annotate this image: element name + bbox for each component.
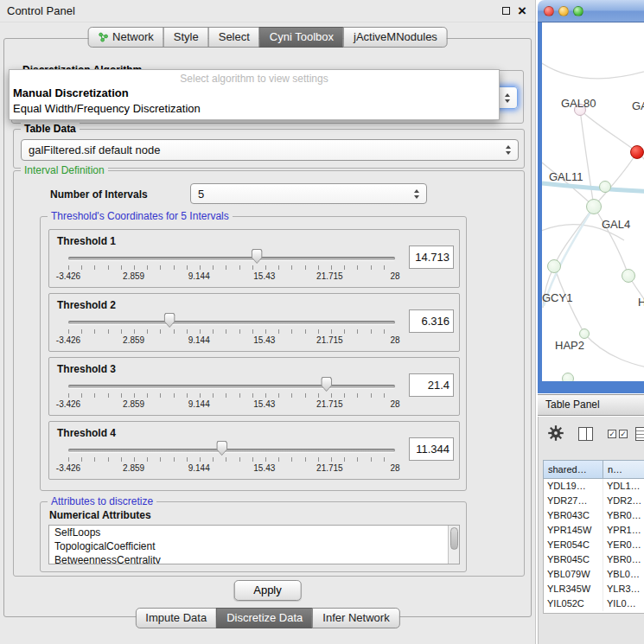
tab-network[interactable]: Network <box>87 27 164 48</box>
network-window-titlebar[interactable] <box>538 0 644 22</box>
attribute-item[interactable]: SelfLoops <box>49 526 459 539</box>
interval-definition-group: Interval Definition Number of Intervals … <box>13 170 525 577</box>
tab-style[interactable]: Style <box>163 27 209 48</box>
network-node[interactable] <box>622 269 635 283</box>
select-columns-icon[interactable]: ✓ ✓ <box>608 430 628 438</box>
slider-ticks <box>68 457 395 462</box>
threshold-panel: Threshold 2-3.4262.8599.14415.4321.71528… <box>48 293 460 352</box>
top-tab-bar: NetworkStyleSelectCyni ToolboxjActiveMNo… <box>87 27 448 48</box>
threshold-slider: -3.4262.8599.14415.4321.71528 <box>68 294 395 351</box>
scale-label: 9.144 <box>188 399 210 409</box>
slider-ticks <box>68 329 395 334</box>
table-data-combobox[interactable]: galFiltered.sif default node <box>21 139 519 161</box>
table-panel-title: Table Panel <box>545 399 600 411</box>
threshold-value-field[interactable]: 11.344 <box>409 437 454 461</box>
scale-label: -3.426 <box>56 463 80 473</box>
attribute-item[interactable]: BetweennessCentrality <box>49 553 459 564</box>
slider-scale: -3.4262.8599.14415.4321.71528 <box>68 399 395 410</box>
threshold-value-field[interactable]: 6.316 <box>409 309 454 333</box>
scale-label: 9.144 <box>188 335 210 345</box>
network-node[interactable] <box>586 199 602 214</box>
network-node-label: GAL4 <box>602 218 630 231</box>
threshold-slider: -3.4262.8599.14415.4321.71528 <box>68 422 395 479</box>
network-node[interactable] <box>579 328 590 339</box>
scale-label: 15.43 <box>253 399 275 409</box>
scale-label: 21.715 <box>316 271 343 281</box>
table-row[interactable]: YBR043CYBR0… <box>544 508 644 523</box>
attributes-list[interactable]: SelfLoopsTopologicalCoefficientBetweenne… <box>48 525 460 564</box>
table-row[interactable]: YBR045CYBR0… <box>544 552 644 567</box>
panel-title: Control Panel <box>7 0 75 22</box>
network-canvas[interactable]: GAL80GAGAL11GAL4GCY1HAP2H <box>542 22 644 381</box>
algorithm-option[interactable]: Manual Discretization <box>10 86 499 101</box>
tab-infer-network[interactable]: Infer Network <box>312 608 399 628</box>
columns-icon[interactable] <box>578 427 593 441</box>
float-window-icon[interactable] <box>502 7 510 15</box>
mac-close-button[interactable] <box>544 6 554 16</box>
attribute-item[interactable]: TopologicalCoefficient <box>49 539 459 553</box>
table-row[interactable]: YDR27…YDR2… <box>544 494 644 508</box>
scale-label: 2.859 <box>123 335 144 345</box>
table-row[interactable]: YDL19…YDL1… <box>544 479 644 494</box>
cyni-toolbox-panel: Discretization Algorithm Table Data galF… <box>3 38 532 617</box>
tab-impute-data[interactable]: Impute Data <box>135 608 217 628</box>
table-panel: ✓ ✓ shared… n… YDL19…YDL1…YDR27…YDR2…YBR… <box>538 417 644 644</box>
column-header-shared[interactable]: shared… <box>543 460 603 479</box>
tab-cyni-toolbox[interactable]: Cyni Toolbox <box>259 27 344 48</box>
scrollbar-thumb[interactable] <box>450 527 458 550</box>
number-of-intervals-combobox[interactable]: 5 <box>190 183 427 204</box>
slider-track[interactable] <box>68 257 395 260</box>
gear-icon[interactable] <box>548 425 564 444</box>
threshold-value-field[interactable]: 21.4 <box>409 373 454 397</box>
slider-thumb[interactable] <box>164 313 175 328</box>
dropdown-placeholder: Select algorithm to view settings <box>10 70 499 86</box>
network-node-label: GA <box>632 99 644 112</box>
tab-label: Cyni Toolbox <box>270 30 334 43</box>
network-node[interactable] <box>630 145 644 159</box>
mac-minimize-button[interactable] <box>558 6 569 16</box>
algorithm-option[interactable]: Equal Width/Frequency Discretization <box>10 101 499 117</box>
list-icon[interactable] <box>635 427 644 441</box>
slider-track[interactable] <box>68 449 395 452</box>
slider-thumb[interactable] <box>321 377 332 392</box>
tab-discretize-data[interactable]: Discretize Data <box>216 608 313 628</box>
apply-button[interactable]: Apply <box>233 580 302 601</box>
table-row[interactable]: YIL052CYIL0… <box>544 596 644 611</box>
close-panel-icon[interactable]: × <box>518 3 526 18</box>
table-row[interactable]: YPR145WYPR1… <box>544 523 644 538</box>
algorithm-dropdown-popup: Select algorithm to view settings Manual… <box>9 69 500 120</box>
table-row[interactable]: YBL079WYBL0… <box>544 567 644 582</box>
threshold-value-field[interactable]: 14.713 <box>409 245 454 269</box>
slider-thumb[interactable] <box>252 249 263 264</box>
slider-ticks <box>68 393 395 398</box>
tab-label: Select <box>219 30 250 43</box>
scale-label: 28 <box>390 335 399 345</box>
slider-track[interactable] <box>68 321 395 324</box>
combo-stepper-icon <box>410 189 423 199</box>
tab-jactivemnodules[interactable]: jActiveMNodules <box>343 27 448 48</box>
network-icon <box>98 32 108 42</box>
table-cell: YIL0… <box>603 596 644 611</box>
mac-zoom-button[interactable] <box>573 6 583 16</box>
scale-label: 2.859 <box>123 463 144 473</box>
network-node[interactable] <box>599 181 611 193</box>
table-cell: YDR2… <box>603 494 644 508</box>
scrollbar[interactable] <box>448 526 459 564</box>
network-node[interactable] <box>547 259 561 273</box>
scale-label: 2.859 <box>123 271 144 281</box>
table-row[interactable]: YLR345WYLR3… <box>544 582 644 596</box>
table-panel-header: Table Panel <box>538 394 644 416</box>
scale-label: 15.43 <box>253 271 275 281</box>
scale-label: 15.43 <box>253 335 275 345</box>
table-cell: YPR1… <box>603 523 644 538</box>
network-node-label: GAL80 <box>561 97 596 110</box>
slider-track[interactable] <box>68 385 395 388</box>
table-cell: YPR145W <box>544 523 603 538</box>
slider-thumb[interactable] <box>216 441 227 456</box>
network-node[interactable] <box>562 373 574 381</box>
table-body: YDL19…YDL1…YDR27…YDR2…YBR043CYBR0…YPR145… <box>543 479 644 614</box>
table-row[interactable]: YER054CYER0… <box>544 538 644 552</box>
column-header-name[interactable]: n… <box>603 460 644 479</box>
control-panel-titlebar: Control Panel × <box>0 0 535 22</box>
tab-select[interactable]: Select <box>208 27 260 48</box>
